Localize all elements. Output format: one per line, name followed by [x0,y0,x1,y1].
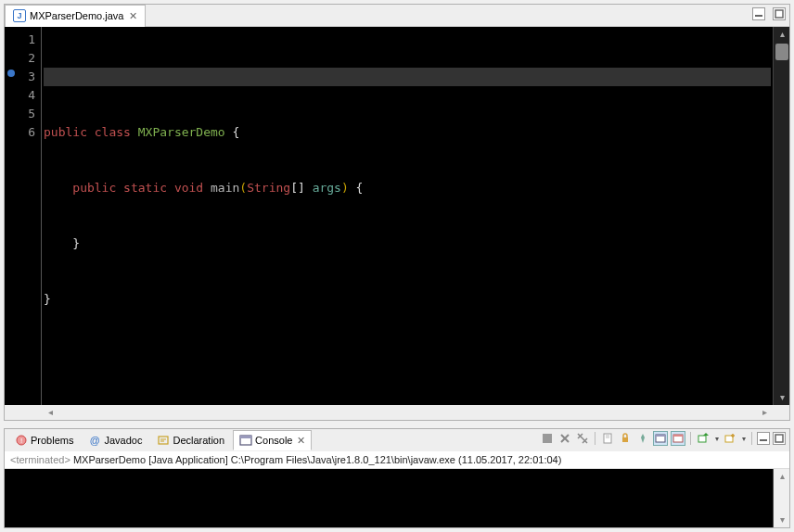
console-toolbar: ▾ ▾ [540,431,786,446]
scroll-lock-button[interactable] [618,431,633,446]
open-console-icon [698,433,709,444]
console-output-body[interactable] [5,469,773,527]
javadoc-icon: @ [88,434,101,447]
close-icon[interactable]: ✕ [129,10,137,22]
line-number: 1 [5,31,35,49]
remove-launch-button[interactable] [557,431,572,446]
scrollbar-thumb[interactable] [775,44,788,60]
tab-label: Problems [31,435,73,446]
minimize-icon [759,434,768,443]
maximize-icon [775,9,784,19]
close-icon[interactable]: ✕ [297,435,305,447]
scroll-left-icon[interactable]: ◂ [42,405,58,420]
line-number: 6 [5,123,35,142]
tab-label: Declaration [173,435,224,446]
lock-icon [620,433,631,444]
editor-tab-active[interactable]: J MXParserDemo.java ✕ [5,5,146,27]
console-vertical-scrollbar[interactable]: ▴ ▾ [773,469,789,527]
stdout-icon [655,433,666,444]
views-tab-bar: ! Problems @ Javadoc Declaration Console… [5,429,789,451]
line-number: 5 [5,105,35,123]
editor-tab-filename: MXParserDemo.java [30,10,123,21]
show-standard-err-button[interactable] [671,431,685,446]
console-pane: ! Problems @ Javadoc Declaration Console… [4,428,790,528]
scroll-right-icon[interactable]: ▸ [756,405,773,420]
svg-rect-21 [760,439,767,441]
svg-rect-5 [159,437,168,444]
code-line: } [44,234,771,253]
code-line [44,68,771,86]
svg-rect-22 [775,435,783,442]
terminate-button[interactable] [540,431,555,446]
svg-rect-9 [240,436,251,438]
java-file-icon: J [13,9,26,22]
editor-tab-bar: J MXParserDemo.java ✕ [5,5,789,27]
stop-icon [542,433,553,444]
console-icon [239,434,252,447]
remove-icon [559,433,570,444]
editor-vertical-scrollbar[interactable]: ▴ ▾ [773,27,789,405]
scroll-down-icon[interactable]: ▾ [774,513,790,527]
line-number-gutter: 1 2 3 4 5 6 [5,27,42,405]
minimize-pane-button[interactable] [752,7,765,20]
code-line: public static void main(String[] args) { [44,179,771,197]
maximize-pane-button[interactable] [773,432,786,445]
console-status-line: <terminated> MXParserDemo [Java Applicat… [5,451,789,469]
code-line: public class MXParserDemo { [44,123,771,142]
open-console-button[interactable] [696,431,711,446]
stderr-icon [672,433,684,444]
svg-rect-1 [775,10,783,18]
remove-all-terminated-button[interactable] [575,431,590,446]
show-standard-out-button[interactable] [653,431,668,446]
minimize-pane-button[interactable] [757,432,770,445]
clear-icon [602,433,613,444]
code-editor[interactable]: 1 2 3 4 5 6 public class MXParserDemo { … [5,27,789,405]
minimize-icon [754,9,763,19]
code-line: } [44,290,771,309]
console-launch-info: MXParserDemo [Java Application] C:\Progr… [70,454,562,465]
svg-rect-18 [673,435,683,437]
dropdown-icon[interactable]: ▾ [740,431,747,446]
svg-rect-16 [656,435,665,437]
line-number: 4 [5,86,35,105]
gutter-marker-icon[interactable] [7,70,15,77]
tab-javadoc[interactable]: @ Javadoc [82,430,148,450]
dropdown-icon[interactable]: ▾ [713,431,720,446]
pin-icon [637,433,648,444]
tab-label: Javadoc [104,435,142,446]
svg-rect-19 [698,436,706,442]
tab-console[interactable]: Console ✕ [233,430,312,450]
code-line [44,346,771,364]
new-console-view-button[interactable] [723,431,737,446]
svg-text:!: ! [20,437,22,445]
toolbar-separator [595,432,596,445]
editor-pane: J MXParserDemo.java ✕ 1 2 3 4 5 6 public… [4,4,790,421]
problems-icon: ! [15,434,28,447]
tab-declaration[interactable]: Declaration [150,430,231,450]
clear-console-button[interactable] [600,431,615,446]
svg-rect-0 [755,15,762,17]
toolbar-separator [751,432,752,445]
scroll-up-icon[interactable]: ▴ [774,27,789,42]
editor-horizontal-scrollbar[interactable]: ◂ ▸ [5,405,789,420]
svg-text:@: @ [90,435,100,446]
code-body[interactable]: public class MXParserDemo { public stati… [42,27,773,405]
terminated-label: <terminated> [10,454,70,465]
scroll-down-icon[interactable]: ▾ [774,390,789,405]
tab-problems[interactable]: ! Problems [8,430,80,450]
toolbar-separator [690,432,691,445]
scroll-up-icon[interactable]: ▴ [774,469,790,484]
svg-rect-14 [622,437,628,442]
pin-console-button[interactable] [635,431,650,446]
new-console-icon [724,433,736,444]
maximize-icon [775,434,784,443]
console-output[interactable]: ▴ ▾ [5,469,789,527]
svg-rect-10 [543,434,552,443]
svg-rect-20 [725,436,733,442]
editor-pane-controls [752,7,786,20]
remove-all-icon [577,433,588,444]
declaration-icon [157,434,170,447]
maximize-pane-button[interactable] [773,7,786,20]
line-number: 2 [5,49,35,68]
tab-label: Console [255,435,292,446]
